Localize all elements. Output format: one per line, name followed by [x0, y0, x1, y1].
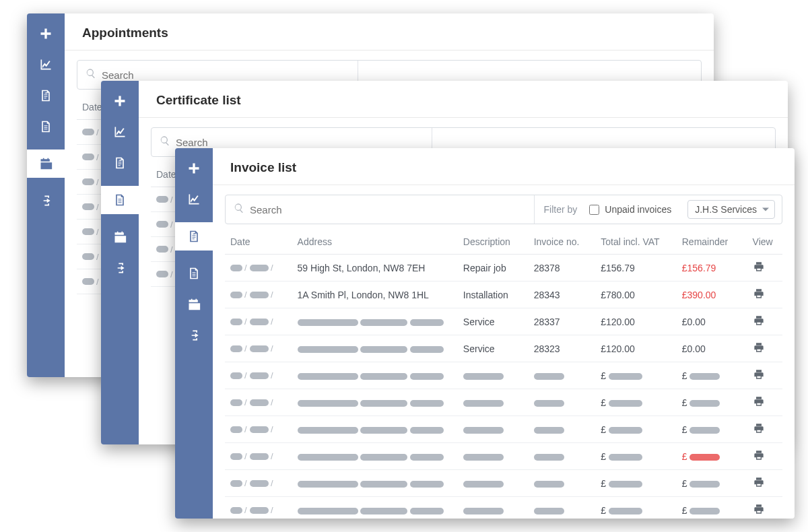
cell-description: Service: [458, 335, 529, 362]
table-row: //59 High St, London, NW8 7EHRepair job2…: [225, 255, 782, 281]
cell-total: £: [595, 389, 677, 416]
table-row: // Service28323£120.00£0.00: [225, 335, 782, 362]
cell-description: Installation: [458, 281, 529, 308]
cell-invoice-no: [529, 362, 596, 389]
plus-icon[interactable]: [38, 26, 54, 42]
window-invoices: Invoice list Filter by Unpaid invoices J…: [175, 148, 795, 519]
search-input[interactable]: [102, 69, 349, 81]
unpaid-checkbox[interactable]: [589, 205, 599, 215]
col-total: Total incl. VAT: [595, 230, 677, 255]
plus-icon[interactable]: [112, 93, 128, 109]
cell-remainder: £156.79: [677, 255, 747, 281]
cell-remainder: £: [677, 497, 747, 519]
calendar-icon[interactable]: [186, 296, 202, 312]
cell-address: [292, 335, 458, 362]
print-icon[interactable]: [753, 290, 765, 301]
cell-invoice-no: [529, 470, 596, 497]
cell-date: //: [225, 443, 292, 470]
cell-view: [747, 470, 782, 497]
cell-date: //: [225, 335, 292, 362]
cell-date: //: [225, 281, 292, 308]
search-input[interactable]: [250, 204, 526, 215]
invoice-icon[interactable]: [38, 88, 54, 104]
cell-invoice-no: 28343: [529, 281, 596, 308]
cell-view: [747, 416, 782, 443]
print-icon[interactable]: [753, 344, 765, 355]
chart-icon[interactable]: [112, 124, 128, 140]
table-row: // £ £: [225, 470, 782, 497]
cell-total: £: [595, 416, 677, 443]
cell-address: 59 High St, London, NW8 7EH: [292, 255, 458, 281]
table-row: // £ £: [225, 389, 782, 416]
cell-description: Repair job: [458, 255, 529, 281]
cell-total: £156.79: [595, 255, 677, 281]
cell-remainder: £: [677, 416, 747, 443]
cell-total: £: [595, 497, 677, 519]
sidebar: [175, 148, 213, 519]
cell-remainder: £: [677, 362, 747, 389]
calendar-icon[interactable]: [27, 149, 65, 178]
cell-address: [292, 443, 458, 470]
cell-view: [747, 362, 782, 389]
calendar-icon[interactable]: [112, 229, 128, 245]
document-icon[interactable]: [101, 186, 139, 214]
cell-address: [292, 470, 458, 497]
print-icon[interactable]: [753, 506, 765, 517]
logout-icon[interactable]: [112, 260, 128, 276]
search-icon: [86, 68, 96, 81]
print-icon[interactable]: [753, 371, 765, 382]
col-remainder: Remainder: [677, 230, 747, 255]
table-row: // £ £: [225, 443, 782, 470]
cell-date: //: [225, 497, 292, 519]
table-row: // Service28337£120.00£0.00: [225, 308, 782, 335]
logout-icon[interactable]: [186, 327, 202, 343]
cell-view: [747, 443, 782, 470]
print-icon[interactable]: [753, 479, 765, 490]
chart-icon[interactable]: [186, 191, 202, 207]
cell-description: [458, 362, 529, 389]
logout-icon[interactable]: [38, 193, 54, 209]
print-icon[interactable]: [753, 452, 765, 463]
cell-invoice-no: [529, 416, 596, 443]
cell-remainder: £0.00: [677, 335, 747, 362]
table-row: // £ £: [225, 416, 782, 443]
filter-bar: Filter by Unpaid invoices J.H.S Services: [225, 195, 782, 224]
cell-invoice-no: [529, 497, 596, 519]
unpaid-checkbox-label: Unpaid invoices: [605, 204, 671, 215]
cell-remainder: £: [677, 443, 747, 470]
cell-invoice-no: [529, 443, 596, 470]
cell-description: [458, 443, 529, 470]
company-select[interactable]: J.H.S Services: [687, 200, 775, 219]
cell-date: //: [225, 416, 292, 443]
search-input[interactable]: [176, 137, 424, 148]
cell-address: [292, 497, 458, 519]
invoice-icon[interactable]: [112, 155, 128, 171]
cell-total: £: [595, 470, 677, 497]
print-icon[interactable]: [753, 425, 765, 436]
cell-date: //: [225, 389, 292, 416]
cell-view: [747, 255, 782, 281]
unpaid-checkbox-wrap[interactable]: Unpaid invoices: [586, 195, 681, 224]
cell-date: //: [225, 255, 292, 281]
cell-description: [458, 389, 529, 416]
document-icon[interactable]: [186, 265, 202, 281]
document-icon[interactable]: [38, 119, 54, 135]
cell-view: [747, 281, 782, 308]
cell-remainder: £390.00: [677, 281, 747, 308]
invoice-icon[interactable]: [175, 222, 213, 251]
print-icon[interactable]: [753, 263, 765, 274]
cell-remainder: £0.00: [677, 308, 747, 335]
cell-address: [292, 389, 458, 416]
cell-address: 1A Smith Pl, London, NW8 1HL: [292, 281, 458, 308]
chart-icon[interactable]: [38, 57, 54, 73]
print-icon[interactable]: [753, 398, 765, 409]
plus-icon[interactable]: [186, 160, 202, 176]
cell-remainder: £: [677, 470, 747, 497]
sidebar: [27, 13, 65, 377]
cell-total: £780.00: [595, 281, 677, 308]
cell-description: Service: [458, 308, 529, 335]
cell-total: £: [595, 443, 677, 470]
cell-remainder: £: [677, 389, 747, 416]
print-icon[interactable]: [753, 317, 765, 328]
cell-description: [458, 470, 529, 497]
